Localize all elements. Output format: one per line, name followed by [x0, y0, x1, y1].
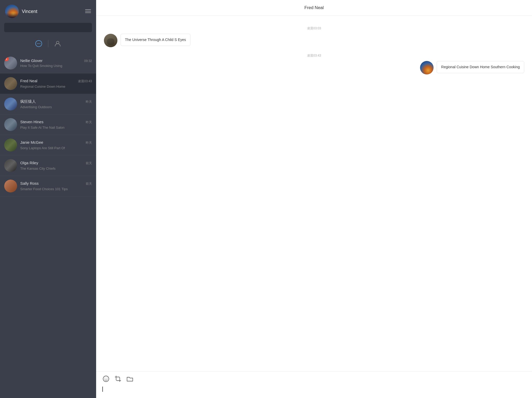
contact-time-olga-riley: 前天 [86, 161, 92, 166]
contact-info-steven-hines: Steven Hines昨天Play It Safe At The Nail S… [20, 120, 92, 129]
search-bar[interactable] [4, 23, 92, 32]
contact-name-olga-riley: Olga Riley [20, 161, 38, 165]
contact-preview-steven-hines: Play It Safe At The Nail Salon [20, 126, 92, 129]
contact-time-fred-neal: 凌晨03:43 [78, 79, 92, 84]
main-chat: Fred Neal 凌晨03:03The Universe Through A … [96, 0, 532, 398]
footer-icons [102, 375, 526, 382]
svg-point-4 [37, 43, 38, 44]
sidebar-tabs [0, 35, 96, 53]
svg-point-5 [38, 43, 39, 44]
message-input-area[interactable] [102, 386, 526, 396]
message-row-msg-1: The Universe Through A Child S Eyes [104, 34, 524, 47]
contact-name-steven-hines: Steven Hines [20, 120, 43, 124]
contact-name-sally-ross: Sally Ross [20, 181, 39, 186]
contact-preview-olga-riley: The Kansas City Chiefs [20, 167, 92, 170]
sidebar-user: Vincent [5, 5, 37, 18]
contact-avatar-nellie-glover: 1 [4, 57, 17, 70]
contact-item-olga-riley[interactable]: Olga Riley前天The Kansas City Chiefs [0, 155, 96, 176]
contact-preview-sally-ross: Smarter Food Choices 101 Tips [20, 187, 92, 191]
contact-info-crazy-monkey: 疯狂猿人昨天Advertising Outdoors [20, 99, 92, 109]
timestamp-msg-2: 凌晨03:43 [104, 53, 524, 58]
contact-name-fred-neal: Fred Neal [20, 79, 37, 83]
tab-divider [48, 40, 48, 47]
chat-footer [96, 371, 532, 398]
contact-avatar-sally-ross [4, 180, 17, 193]
contact-time-nellie-glover: 09:32 [84, 59, 92, 63]
contact-info-sally-ross: Sally Ross前天Smarter Food Choices 101 Tip… [20, 181, 92, 191]
contact-preview-crazy-monkey: Advertising Outdoors [20, 105, 92, 109]
chat-title: Fred Neal [304, 5, 324, 10]
text-cursor [102, 387, 103, 392]
contact-info-janie-mcgee: Janie McGee昨天Sony Laptops Are Still Part… [20, 140, 92, 150]
contact-preview-fred-neal: Regional Cuisine Down Home [20, 85, 92, 88]
message-avatar-out-msg-2 [420, 61, 434, 74]
message-row-msg-2: Regional Cuisine Down Home Southern Cook… [104, 61, 524, 74]
user-avatar [5, 5, 19, 18]
folder-icon[interactable] [126, 375, 134, 382]
sidebar: Vincent [0, 0, 96, 398]
tab-chat[interactable] [32, 37, 45, 50]
contact-avatar-steven-hines [4, 118, 17, 131]
contact-name-nellie-glover: Nellie Glover [20, 58, 43, 63]
contact-item-sally-ross[interactable]: Sally Ross前天Smarter Food Choices 101 Tip… [0, 176, 96, 196]
chat-header: Fred Neal [96, 0, 532, 16]
contact-list: 1Nellie Glover09:32How To Quit Smoking U… [0, 53, 96, 398]
message-bubble-msg-2: Regional Cuisine Down Home Southern Cook… [437, 61, 524, 73]
svg-point-8 [103, 376, 109, 382]
sidebar-username: Vincent [22, 9, 37, 14]
svg-point-9 [105, 378, 105, 378]
message-bubble-msg-1: The Universe Through A Child S Eyes [121, 34, 190, 46]
contact-info-fred-neal: Fred Neal凌晨03:43Regional Cuisine Down Ho… [20, 79, 92, 88]
contact-preview-janie-mcgee: Sony Laptops Are Still Part Of [20, 146, 92, 150]
contact-avatar-olga-riley [4, 159, 17, 172]
contact-item-crazy-monkey[interactable]: 疯狂猿人昨天Advertising Outdoors [0, 94, 96, 114]
svg-point-10 [107, 378, 107, 378]
contact-time-janie-mcgee: 昨天 [86, 141, 92, 145]
contact-time-steven-hines: 昨天 [86, 120, 92, 125]
contact-name-crazy-monkey: 疯狂猿人 [20, 99, 36, 104]
contact-item-fred-neal[interactable]: Fred Neal凌晨03:43Regional Cuisine Down Ho… [0, 73, 96, 94]
contact-item-steven-hines[interactable]: Steven Hines昨天Play It Safe At The Nail S… [0, 114, 96, 135]
contact-time-crazy-monkey: 昨天 [86, 100, 92, 104]
timestamp-msg-1: 凌晨03:03 [104, 26, 524, 31]
contact-avatar-crazy-monkey [4, 98, 17, 111]
tab-contacts[interactable] [51, 37, 64, 50]
contact-info-nellie-glover: Nellie Glover09:32How To Quit Smoking Us… [20, 58, 92, 68]
contact-preview-nellie-glover: How To Quit Smoking Using [20, 64, 92, 68]
sidebar-header: Vincent [0, 0, 96, 23]
contact-item-nellie-glover[interactable]: 1Nellie Glover09:32How To Quit Smoking U… [0, 53, 96, 73]
badge-nellie-glover: 1 [4, 57, 9, 61]
contact-time-sally-ross: 前天 [86, 182, 92, 186]
contact-name-janie-mcgee: Janie McGee [20, 140, 43, 145]
menu-icon[interactable] [85, 9, 91, 14]
crop-icon[interactable] [114, 375, 122, 382]
chat-body: 凌晨03:03The Universe Through A Child S Ey… [96, 16, 532, 371]
contact-info-olga-riley: Olga Riley前天The Kansas City Chiefs [20, 161, 92, 170]
svg-point-6 [39, 43, 40, 44]
contact-avatar-janie-mcgee [4, 139, 17, 152]
contact-avatar-fred-neal [4, 77, 17, 90]
emoji-icon[interactable] [102, 375, 110, 382]
message-avatar-msg-1 [104, 34, 117, 47]
contact-item-janie-mcgee[interactable]: Janie McGee昨天Sony Laptops Are Still Part… [0, 135, 96, 155]
